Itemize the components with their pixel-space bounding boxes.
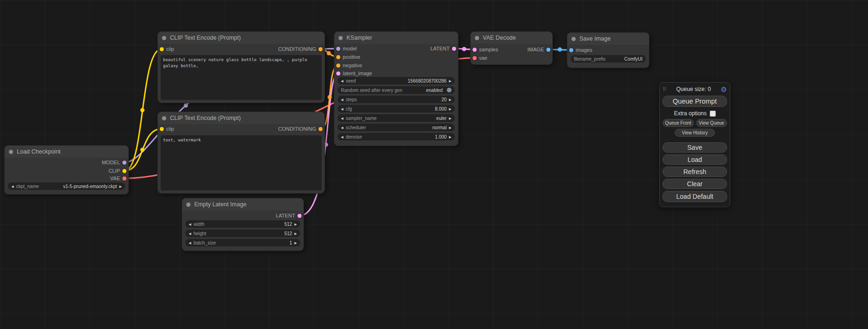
increment-arrow-icon[interactable]: ▶	[120, 185, 122, 188]
clip-port-dot[interactable]	[160, 127, 164, 131]
node-graph-canvas[interactable]: Load Checkpoint MODEL CLIP VAE ◀ ckpt_na…	[0, 0, 868, 329]
output-port-latent: LATENT	[276, 212, 302, 219]
conditioning-port-dot[interactable]	[336, 63, 340, 68]
conditioning-port-dot[interactable]	[318, 47, 323, 51]
increment-arrow-icon[interactable]: ▶	[449, 98, 452, 101]
decrement-arrow-icon[interactable]: ◀	[189, 223, 191, 226]
increment-arrow-icon[interactable]: ▶	[295, 232, 297, 235]
collapse-dot-icon[interactable]	[339, 36, 343, 40]
node-load-checkpoint[interactable]: Load Checkpoint MODEL CLIP VAE ◀ ckpt_na…	[5, 146, 128, 194]
latent-port-dot[interactable]	[452, 47, 456, 51]
link-midpoint-dot	[558, 48, 562, 52]
decrement-arrow-icon[interactable]: ◀	[341, 98, 343, 101]
load-default-button[interactable]: Load Default	[663, 191, 727, 202]
increment-arrow-icon[interactable]: ▶	[449, 126, 452, 129]
node-titlebar[interactable]: CLIP Text Encode (Prompt)	[158, 32, 325, 44]
node-clip-text-encode-positive[interactable]: CLIP Text Encode (Prompt) clip CONDITION…	[158, 32, 325, 103]
collapse-dot-icon[interactable]	[572, 37, 576, 41]
view-queue-button[interactable]: View Queue	[696, 119, 727, 127]
port-label: LATENT	[276, 213, 295, 218]
decrement-arrow-icon[interactable]: ◀	[341, 117, 343, 120]
node-titlebar[interactable]: KSampler	[334, 32, 458, 44]
settings-gear-icon[interactable]: ⚙	[721, 86, 727, 93]
widget-scheduler[interactable]: ◀ scheduler normal ▶	[338, 124, 455, 131]
conditioning-port-dot[interactable]	[318, 127, 323, 131]
latent-port-dot[interactable]	[473, 48, 477, 52]
collapse-dot-icon[interactable]	[9, 150, 13, 154]
increment-arrow-icon[interactable]: ▶	[449, 79, 452, 83]
toggle-knob[interactable]	[447, 88, 452, 92]
input-port-latent-image: latent_image	[336, 70, 372, 77]
widget-filename-prefix[interactable]: filename_prefix ComfyUI	[571, 55, 646, 63]
increment-arrow-icon[interactable]: ▶	[295, 223, 297, 226]
extra-options-checkbox[interactable]	[710, 111, 716, 117]
widget-sampler-name[interactable]: ◀ sampler_name euler ▶	[338, 114, 455, 122]
widget-height[interactable]: ◀ height 512 ▶	[185, 230, 300, 237]
load-button[interactable]: Load	[663, 154, 727, 165]
node-titlebar[interactable]: VAE Decode	[471, 32, 552, 44]
node-empty-latent-image[interactable]: Empty Latent Image LATENT ◀ width 512 ▶ …	[182, 198, 303, 251]
image-port-dot[interactable]	[546, 48, 550, 52]
clear-button[interactable]: Clear	[663, 179, 727, 189]
prompt-textarea[interactable]: text, watermark	[161, 135, 322, 190]
latent-port-dot[interactable]	[297, 214, 302, 218]
increment-arrow-icon[interactable]: ▶	[449, 117, 452, 120]
model-port-dot[interactable]	[122, 161, 127, 165]
decrement-arrow-icon[interactable]: ◀	[189, 241, 191, 245]
save-button[interactable]: Save	[663, 142, 727, 153]
clip-port-dot[interactable]	[122, 169, 127, 173]
port-label: samples	[479, 47, 498, 52]
decrement-arrow-icon[interactable]: ◀	[189, 232, 191, 235]
node-vae-decode[interactable]: VAE Decode samples vae IMAGE	[471, 32, 552, 64]
decrement-arrow-icon[interactable]: ◀	[341, 79, 343, 83]
widget-steps[interactable]: ◀ steps 20 ▶	[338, 96, 455, 103]
widget-batch-size[interactable]: ◀ batch_size 1 ▶	[185, 239, 300, 246]
widget-value: 156680208700286	[408, 78, 446, 84]
node-titlebar[interactable]: Empty Latent Image	[182, 198, 303, 210]
queue-front-button[interactable]: Queue Front	[663, 119, 694, 127]
latent-port-dot[interactable]	[336, 71, 340, 76]
node-titlebar[interactable]: CLIP Text Encode (Prompt)	[158, 112, 325, 124]
output-port-conditioning: CONDITIONING	[278, 45, 323, 53]
image-port-dot[interactable]	[569, 48, 573, 52]
output-port-image: IMAGE	[528, 46, 550, 53]
decrement-arrow-icon[interactable]: ◀	[341, 107, 343, 111]
increment-arrow-icon[interactable]: ▶	[295, 241, 297, 245]
widget-ckpt-name[interactable]: ◀ ckpt_name v1-5-pruned-emaonly.ckpt ▶	[8, 182, 125, 190]
model-port-dot[interactable]	[336, 47, 340, 51]
node-titlebar[interactable]: Save Image	[567, 33, 649, 45]
clip-port-dot[interactable]	[160, 47, 164, 51]
increment-arrow-icon[interactable]: ▶	[449, 135, 452, 139]
widget-cfg[interactable]: ◀ cfg 8.000 ▶	[338, 105, 455, 112]
drag-handle-icon[interactable]: ⠿	[663, 86, 666, 92]
conditioning-port-dot[interactable]	[336, 55, 340, 59]
widget-denoise[interactable]: ◀ denoise 1.000 ▶	[338, 133, 455, 140]
collapse-dot-icon[interactable]	[162, 36, 166, 40]
vae-port-dot[interactable]	[473, 56, 477, 60]
vae-port-dot[interactable]	[122, 176, 127, 181]
increment-arrow-icon[interactable]: ▶	[449, 107, 452, 111]
decrement-arrow-icon[interactable]: ◀	[341, 135, 343, 139]
decrement-arrow-icon[interactable]: ◀	[341, 126, 343, 129]
refresh-button[interactable]: Refresh	[663, 167, 727, 177]
node-titlebar[interactable]: Load Checkpoint	[5, 146, 128, 158]
link-midpoint-dot	[141, 108, 145, 112]
collapse-dot-icon[interactable]	[475, 36, 479, 40]
node-save-image[interactable]: Save Image images filename_prefix ComfyU…	[567, 33, 649, 68]
collapse-dot-icon[interactable]	[162, 116, 166, 120]
widget-label: steps	[346, 97, 357, 102]
input-port-negative: negative	[336, 62, 362, 69]
output-port-clip: CLIP	[109, 167, 127, 175]
queue-prompt-button[interactable]: Queue Prompt	[663, 96, 727, 107]
widget-width[interactable]: ◀ width 512 ▶	[185, 220, 300, 228]
input-port-model: model	[336, 45, 357, 52]
widget-label: seed	[346, 78, 356, 84]
decrement-arrow-icon[interactable]: ◀	[11, 185, 14, 188]
widget-random-seed-toggle[interactable]: Random seed after every gen enabled	[338, 86, 455, 94]
collapse-dot-icon[interactable]	[186, 203, 191, 207]
widget-seed[interactable]: ◀ seed 156680208700286 ▶	[338, 77, 455, 84]
prompt-textarea[interactable]: beautiful scenery nature glass bottle la…	[161, 55, 322, 100]
view-history-button[interactable]: View History	[675, 129, 715, 137]
node-clip-text-encode-negative[interactable]: CLIP Text Encode (Prompt) clip CONDITION…	[158, 112, 325, 193]
node-ksampler[interactable]: KSampler model positive negative latent_…	[334, 32, 458, 146]
